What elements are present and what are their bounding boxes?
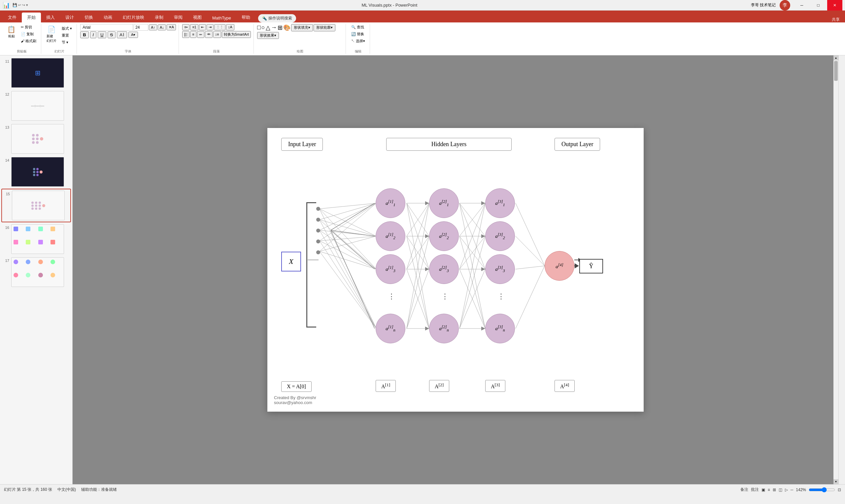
columns-button[interactable]: ⋮⋮ — [214, 24, 226, 30]
align-left-button[interactable]: ⬱ — [182, 31, 190, 38]
shape-rectangle[interactable]: □ — [257, 24, 261, 31]
find-button[interactable]: 🔍 查找 — [349, 24, 367, 30]
svg-line-4 — [319, 203, 376, 220]
text-shadow-button[interactable]: A⌇ — [117, 31, 127, 38]
share-button[interactable]: 共享 — [832, 17, 840, 22]
increase-font-button[interactable]: A↑ — [149, 24, 157, 30]
shape-oval[interactable]: ○ — [261, 24, 265, 31]
slide-15-thumb[interactable]: 15 — [1, 189, 71, 222]
slide-16-thumb[interactable]: 16 — [1, 223, 71, 255]
justify-button[interactable]: ⬲ — [205, 31, 213, 38]
ribbon-group-paragraph: ≡• ≡1 ⇤ ⇥ ⋮⋮ ↕A ⬱ ≡ ⬰ ⬲ ↕≡ 转换为SmartArt 段… — [179, 24, 254, 54]
reset-button[interactable]: 重置 — [60, 32, 74, 39]
slide-17-thumb[interactable]: 17 — [1, 256, 71, 288]
tab-insert[interactable]: 插入 — [41, 13, 60, 22]
minimize-button[interactable]: ─ — [794, 0, 809, 11]
zoom-fit-button[interactable]: ⊡ — [838, 487, 841, 492]
italic-button[interactable]: I — [90, 31, 97, 38]
replace-button[interactable]: 🔄 替换 — [349, 31, 367, 37]
shape-arrow[interactable]: → — [271, 24, 277, 31]
format-painter-button[interactable]: 🖌 格式刷 — [19, 38, 38, 44]
font-family-input[interactable] — [80, 24, 133, 31]
strikethrough-button[interactable]: S — [108, 31, 116, 38]
shape-fill-button[interactable]: 形状填充▾ — [291, 24, 313, 31]
view-outline-button[interactable]: ≡ — [768, 487, 770, 492]
tab-design[interactable]: 设计 — [60, 13, 79, 22]
user-name: 李哥 技术笔记 — [751, 2, 776, 8]
tab-view[interactable]: 视图 — [188, 13, 207, 22]
notes-button[interactable]: 备注 — [740, 487, 748, 492]
layout-button[interactable]: 版式 ▾ — [60, 25, 74, 32]
neuron-l1-3: a[1]3 — [376, 254, 405, 284]
slide-14-thumb[interactable]: 14 — [1, 156, 71, 188]
shape-effects-button[interactable]: 形状效果▾ — [257, 32, 279, 39]
numbering-button[interactable]: ≡1 — [190, 24, 198, 30]
quick-styles-button[interactable]: 🎨 — [283, 24, 291, 31]
tab-animations[interactable]: 动画 — [99, 13, 118, 22]
slide-11-thumb[interactable]: 11 ⊞ — [1, 57, 71, 89]
text-direction-button[interactable]: ↕A — [226, 24, 234, 30]
line-spacing-button[interactable]: ↕≡ — [213, 31, 221, 38]
smartart-button[interactable]: 转换为SmartArt — [222, 31, 251, 38]
cut-button[interactable]: ✂ 剪切 — [19, 24, 38, 30]
bold-button[interactable]: B — [80, 31, 88, 38]
view-normal-button[interactable]: ▣ — [761, 487, 765, 492]
shape-triangle[interactable]: △ — [266, 24, 270, 31]
zoom-level: 142% — [796, 487, 806, 492]
font-size-input[interactable] — [134, 24, 148, 31]
select-button[interactable]: ↖ 选择▾ — [349, 38, 367, 44]
align-center-button[interactable]: ≡ — [190, 31, 196, 38]
clear-format-button[interactable]: ✕A — [167, 24, 176, 30]
align-right-button[interactable]: ⬰ — [197, 31, 204, 38]
scroll-up-button[interactable]: ▲ — [833, 55, 839, 60]
neuron-l3-2: a[3]2 — [485, 221, 515, 251]
dots-l1: ⋮ — [388, 292, 396, 301]
neuron-l3-n: a[3]n — [485, 314, 515, 343]
scroll-down-button[interactable]: ▼ — [833, 479, 839, 484]
maximize-button[interactable]: □ — [811, 0, 826, 11]
tab-file[interactable]: 文件 — [3, 13, 22, 22]
view-reading-button[interactable]: ◫ — [779, 487, 782, 492]
comments-button[interactable]: 批注 — [751, 487, 759, 492]
tab-record[interactable]: 录制 — [149, 13, 169, 22]
scroll-thumb[interactable] — [834, 61, 838, 81]
svg-line-63 — [515, 266, 545, 328]
ribbon-tabs: 文件 开始 插入 设计 切换 动画 幻灯片放映 录制 审阅 视图 MathTyp… — [0, 11, 845, 22]
increase-indent-button[interactable]: ⇥ — [207, 24, 214, 30]
close-button[interactable]: ✕ — [827, 0, 842, 11]
decrease-font-button[interactable]: A↓ — [158, 24, 166, 30]
section-button[interactable]: 节 ▾ — [60, 39, 74, 46]
view-presenter-button[interactable]: ▷ — [785, 487, 788, 492]
arrange-button[interactable]: ⊞ — [278, 24, 283, 31]
view-sorter-button[interactable]: ⊞ — [773, 487, 776, 492]
input-dot-4 — [316, 239, 320, 244]
shape-outline-button[interactable]: 形状轮廓▾ — [314, 24, 335, 31]
underline-button[interactable]: U — [98, 31, 106, 38]
search-bar[interactable]: 🔦 操作说明搜索 — [258, 14, 296, 22]
svg-marker-57 — [481, 234, 485, 238]
tab-mathtype[interactable]: MathType — [207, 14, 236, 22]
decrease-indent-button[interactable]: ⇤ — [199, 24, 206, 30]
svg-line-14 — [319, 241, 376, 269]
copy-button[interactable]: 📄 复制 — [19, 31, 38, 37]
slide-canvas[interactable]: Hidden Layers Input Layer Output Layer X — [267, 128, 644, 412]
slide-count: 幻灯片 第 15 张，共 160 张 — [4, 487, 52, 492]
tab-home[interactable]: 开始 — [22, 13, 41, 22]
font-color-button[interactable]: A▾ — [128, 32, 138, 38]
slide-12-thumb[interactable]: 12 ─○─○─ — [1, 90, 71, 122]
svg-line-62 — [515, 266, 545, 269]
neuron-l2-n: a[2]n — [429, 314, 459, 343]
tab-help[interactable]: 帮助 — [236, 13, 256, 22]
new-slide-button[interactable]: 📄 新建幻灯片 — [45, 24, 58, 46]
slide-13-thumb[interactable]: 13 — [1, 123, 71, 155]
tab-slideshow[interactable]: 幻灯片放映 — [118, 13, 149, 22]
vertical-scrollbar[interactable]: ▲ ▼ — [833, 55, 839, 484]
zoom-slider[interactable] — [809, 487, 835, 492]
dots-l2: ⋮ — [441, 292, 450, 301]
paste-button[interactable]: 📋 粘贴 — [5, 24, 17, 44]
tab-transitions[interactable]: 切换 — [79, 13, 99, 22]
bullets-button[interactable]: ≡• — [182, 24, 190, 30]
tab-review[interactable]: 审阅 — [169, 13, 188, 22]
svg-line-0 — [319, 203, 376, 209]
slides-label: 幻灯片 — [54, 49, 64, 54]
